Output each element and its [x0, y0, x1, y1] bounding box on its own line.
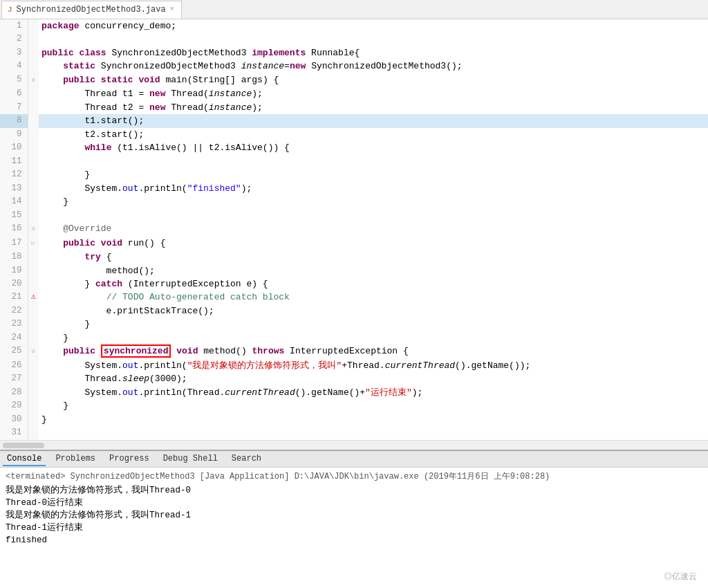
- code-line-content: }: [39, 318, 708, 331]
- code-line-content: t2.start();: [39, 128, 708, 141]
- line-number: 30: [0, 413, 28, 426]
- line-marker: [28, 264, 39, 277]
- code-line-content: [39, 33, 708, 46]
- code-line-content: @Override: [39, 222, 708, 237]
- line-marker: [28, 318, 39, 331]
- code-line-content: System.out.println("我是对象锁的方法修饰符形式，我叫"+Th…: [39, 359, 708, 372]
- tab-bar: J SynchronizedObjectMethod3.java ×: [0, 0, 708, 19]
- line-number: 15: [0, 209, 28, 222]
- code-line-content: while (t1.isAlive() || t2.isAlive()) {: [39, 141, 708, 154]
- console-tab-problems[interactable]: Problems: [51, 452, 100, 466]
- line-number: 24: [0, 331, 28, 344]
- line-number: 16: [0, 222, 28, 237]
- code-line-content: public static void main(String[] args) {: [39, 73, 708, 88]
- line-marker: [28, 195, 39, 208]
- line-marker: [28, 141, 39, 154]
- tab-filename: SynchronizedObjectMethod3.java: [17, 5, 166, 15]
- line-number: 18: [0, 250, 28, 264]
- line-marker: [28, 304, 39, 318]
- java-file-icon: J: [8, 6, 12, 14]
- code-area[interactable]: 1package concurrency_demo;2 3public clas…: [0, 19, 708, 440]
- console-lines: 我是对象锁的方法修饰符形式，我叫Thread-0Thread-0运行结束我是对象…: [6, 484, 702, 546]
- line-marker: [28, 19, 39, 33]
- console-wrapper: <terminated> SynchronizedObjectMethod3 […: [0, 468, 708, 588]
- line-number: 17: [0, 237, 28, 251]
- console-output-line: finished: [6, 534, 702, 546]
- bottom-panel: ConsoleProblemsProgressDebug ShellSearch…: [0, 450, 708, 588]
- code-line-content: static SynchronizedObjectMethod3 instanc…: [39, 59, 708, 73]
- code-table: 1package concurrency_demo;2 3public clas…: [0, 19, 708, 440]
- code-line-content: System.out.println(Thread.currentThread(…: [39, 386, 708, 399]
- line-number: 12: [0, 168, 28, 181]
- line-marker: [28, 33, 39, 46]
- code-line-content: } catch (InterruptedException e) {: [39, 277, 708, 291]
- line-marker: ⚠: [28, 291, 39, 304]
- line-number: 25: [0, 344, 28, 359]
- line-marker: [28, 372, 39, 385]
- console-output[interactable]: <terminated> SynchronizedObjectMethod3 […: [0, 468, 708, 588]
- line-marker: [28, 101, 39, 114]
- line-number: 27: [0, 372, 28, 385]
- code-line-content: e.printStackTrace();: [39, 304, 708, 318]
- console-tab-console[interactable]: Console: [3, 452, 46, 466]
- code-line-content: Thread.sleep(3000);: [39, 372, 708, 385]
- line-number: 1: [0, 19, 28, 33]
- line-number: 8: [0, 114, 28, 127]
- code-line-content: }: [39, 331, 708, 344]
- line-marker: [28, 114, 39, 127]
- console-header: <terminated> SynchronizedObjectMethod3 […: [6, 470, 702, 483]
- line-number: 2: [0, 33, 28, 46]
- code-line-content: method();: [39, 264, 708, 277]
- code-line-content: Thread t1 = new Thread(instance);: [39, 87, 708, 100]
- line-marker: [28, 182, 39, 195]
- code-line-content: System.out.println("finished");: [39, 182, 708, 195]
- line-marker: [28, 155, 39, 168]
- line-number: 26: [0, 359, 28, 372]
- synchronized-keyword: synchronized: [101, 344, 171, 358]
- line-marker: ◇: [28, 222, 39, 237]
- line-number: 28: [0, 386, 28, 399]
- line-number: 3: [0, 46, 28, 59]
- line-number: 23: [0, 318, 28, 331]
- code-line-content: }: [39, 195, 708, 208]
- console-tab-search[interactable]: Search: [227, 452, 266, 466]
- scroll-thumb[interactable]: [3, 443, 44, 448]
- line-number: 13: [0, 182, 28, 195]
- line-marker: [28, 359, 39, 372]
- line-marker: [28, 413, 39, 426]
- watermark: ◎亿速云: [664, 571, 697, 582]
- console-output-line: 我是对象锁的方法修饰符形式，我叫Thread-1: [6, 509, 702, 522]
- tab-close-icon[interactable]: ×: [170, 6, 174, 13]
- line-marker: [28, 399, 39, 412]
- code-line-content: package concurrency_demo;: [39, 19, 708, 33]
- line-number: 29: [0, 399, 28, 412]
- line-marker: ▷: [28, 237, 39, 251]
- console-tab-bar: ConsoleProblemsProgressDebug ShellSearch: [0, 451, 708, 468]
- line-number: 31: [0, 426, 28, 440]
- console-output-line: 我是对象锁的方法修饰符形式，我叫Thread-0: [6, 484, 702, 497]
- console-tab-debug-shell[interactable]: Debug Shell: [159, 452, 222, 466]
- line-marker: [28, 46, 39, 59]
- line-marker: [28, 209, 39, 222]
- console-tab-progress[interactable]: Progress: [105, 452, 153, 466]
- line-marker: ◇: [28, 344, 39, 359]
- file-tab[interactable]: J SynchronizedObjectMethod3.java ×: [1, 1, 182, 19]
- line-marker: [28, 59, 39, 73]
- line-number: 19: [0, 264, 28, 277]
- code-line-content: }: [39, 413, 708, 426]
- code-line-content: Thread t2 = new Thread(instance);: [39, 101, 708, 114]
- line-marker: [28, 426, 39, 440]
- code-line-content: }: [39, 399, 708, 412]
- code-line-content: try {: [39, 250, 708, 264]
- line-number: 10: [0, 141, 28, 154]
- line-marker: [28, 87, 39, 100]
- line-marker: [28, 128, 39, 141]
- horizontal-scrollbar[interactable]: [0, 440, 708, 450]
- line-marker: [28, 277, 39, 291]
- console-output-line: Thread-1运行结束: [6, 522, 702, 534]
- line-marker: [28, 331, 39, 344]
- line-number: 22: [0, 304, 28, 318]
- code-line-content: public void run() {: [39, 237, 708, 251]
- line-number: 9: [0, 128, 28, 141]
- code-line-content: public synchronized void method() throws…: [39, 344, 708, 359]
